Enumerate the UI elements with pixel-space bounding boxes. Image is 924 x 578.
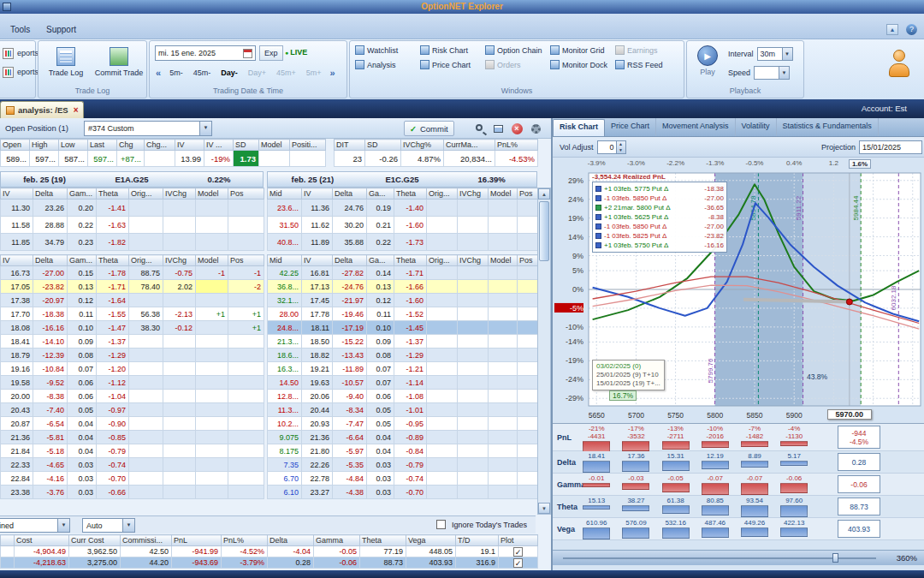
windows-toggle-rss-feed[interactable]: RSS Feed xyxy=(613,59,678,70)
column-header[interactable]: Open xyxy=(1,140,30,151)
position-total-row[interactable]: -4,904.493,962.5042.50-941.99-4.52%-4.04… xyxy=(1,546,538,557)
close-tab-icon[interactable] xyxy=(72,105,79,115)
interval-select[interactable]: 30m xyxy=(757,47,793,61)
option-row[interactable]: 32.1...17.45-21.970.12-1.60 xyxy=(268,294,538,307)
column-header[interactable]: IV xyxy=(302,255,333,266)
windows-toggle-option-chain[interactable]: Option Chain xyxy=(483,45,548,56)
column-header[interactable]: PnL xyxy=(172,535,222,546)
option-row[interactable]: 11.3023.260.20-1.41 xyxy=(1,200,264,217)
option-row[interactable]: 18.41-14.100.09-1.37 xyxy=(1,335,264,349)
scroll-thumb[interactable] xyxy=(539,201,549,261)
live-indicator[interactable]: LIVE xyxy=(285,48,307,57)
collapse-ribbon-icon[interactable] xyxy=(886,24,898,35)
option-row[interactable]: 17.05-23.820.13-1.7178.402.02-2 xyxy=(1,280,264,294)
column-header[interactable]: Gamma xyxy=(314,535,360,546)
option-row[interactable]: 17.70-18.380.11-1.5556.38-2.13+1+1 xyxy=(1,307,264,321)
column-header[interactable]: Pos xyxy=(228,255,264,266)
ignore-trades-checkbox[interactable] xyxy=(436,520,446,529)
projection-move-spinner[interactable]: 1.6% xyxy=(849,159,871,169)
column-header[interactable]: PnL% xyxy=(495,140,538,151)
commit-trade-button[interactable]: Commit Trade xyxy=(92,45,145,84)
windows-toggle-risk-chart[interactable]: Risk Chart xyxy=(418,45,483,56)
column-header[interactable]: Last xyxy=(88,140,117,151)
commit-button[interactable]: Commit xyxy=(404,121,454,136)
windows-toggle-price-chart[interactable]: Price Chart xyxy=(418,59,483,70)
tab-price-chart[interactable]: Price Chart xyxy=(605,118,656,136)
column-header[interactable]: Ga... xyxy=(367,188,394,200)
column-header[interactable]: T/D xyxy=(456,535,499,546)
option-row[interactable]: 19.58-9.520.06-1.12 xyxy=(1,376,264,390)
position-total-row[interactable]: -4,218.633,275.0044.20-943.69-3.79%0.28-… xyxy=(1,557,538,569)
tab-risk-chart[interactable]: Risk Chart xyxy=(553,119,605,136)
option-row[interactable]: 24.8...18.11-17.190.10-1.45 xyxy=(268,321,538,335)
column-header[interactable]: IVChg xyxy=(163,188,196,200)
nav-back-icon[interactable] xyxy=(153,68,163,78)
option-row[interactable]: 21.3...18.50-15.220.09-1.37 xyxy=(268,335,538,349)
column-header[interactable]: Gam... xyxy=(68,255,97,266)
option-row[interactable]: 9.07521.36-6.640.04-0.89 xyxy=(268,431,538,444)
table-row[interactable]: 23-0.264.87%20,834...-4.53% xyxy=(335,151,538,167)
option-row[interactable]: 22.84-4.160.03-0.70 xyxy=(1,472,264,486)
column-header[interactable]: Model xyxy=(196,255,228,266)
column-header[interactable]: IV xyxy=(175,140,204,151)
column-header[interactable]: Gam... xyxy=(68,188,97,200)
option-row[interactable]: 11.5828.880.22-1.63 xyxy=(1,217,264,234)
option-row[interactable]: 31.5011.6230.200.21-1.60 xyxy=(268,217,538,234)
option-row[interactable]: 21.84-5.180.04-0.79 xyxy=(1,444,264,458)
zoom-slider-thumb[interactable] xyxy=(832,553,838,563)
user-avatar-icon[interactable] xyxy=(888,50,910,80)
option-row[interactable]: 14.5019.63-10.570.07-1.14 xyxy=(268,376,538,390)
column-header[interactable]: CurrMa... xyxy=(444,140,495,151)
position-selector[interactable]: #374 Custom xyxy=(84,121,212,136)
option-row[interactable]: 18.6...18.82-13.430.08-1.29 xyxy=(268,349,538,362)
option-row[interactable]: 20.43-7.400.05-0.97 xyxy=(1,403,264,417)
tab-volatility[interactable]: Volatility xyxy=(736,118,777,136)
spinner-arrows-icon[interactable] xyxy=(616,141,625,153)
time-nav-45m[interactable]: 45m- xyxy=(189,67,216,79)
combined-select[interactable]: ined xyxy=(0,518,70,533)
column-header[interactable]: DIT xyxy=(335,140,365,151)
windows-toggle-earnings[interactable]: Earnings xyxy=(613,45,678,56)
column-header[interactable]: PnL% xyxy=(222,535,268,546)
column-header[interactable]: IVChg xyxy=(458,188,489,200)
tab-analysis-es[interactable]: analysis: /ES xyxy=(0,101,84,118)
ignore-trades-toggle[interactable]: Ignore Today's Trades xyxy=(436,520,527,529)
column-header[interactable]: Low xyxy=(59,140,88,151)
trading-date-input[interactable]: mi. 15 ene. 2025 xyxy=(155,45,256,61)
option-row[interactable]: 28.0017.78-19.460.11-1.52 xyxy=(268,307,538,321)
trade-log-book-icon[interactable] xyxy=(491,122,505,135)
option-row[interactable]: 11.3...20.44-8.340.05-1.01 xyxy=(268,403,538,417)
option-row[interactable]: 23.38-3.760.03-0.66 xyxy=(1,486,264,499)
nav-forward-icon[interactable] xyxy=(327,68,337,78)
help-icon[interactable] xyxy=(906,24,917,35)
column-header[interactable]: Orig... xyxy=(427,255,458,266)
plot-checkbox[interactable]: ✓ xyxy=(513,547,523,557)
column-header[interactable]: Theta xyxy=(394,188,427,200)
column-header[interactable]: IV xyxy=(1,255,33,266)
option-row[interactable]: 16.73-27.000.15-1.7888.75-0.75-1-1 xyxy=(1,266,264,280)
column-header[interactable]: IV ... xyxy=(204,140,234,151)
column-header[interactable]: Cost xyxy=(15,535,69,546)
option-row[interactable]: 17.38-20.970.12-1.64 xyxy=(1,294,264,307)
speed-select[interactable] xyxy=(754,66,790,80)
option-row[interactable]: 7.3522.26-5.350.03-0.79 xyxy=(268,458,538,472)
option-row[interactable]: 18.08-16.160.10-1.4738.30-0.12+1 xyxy=(1,321,264,335)
menu-tools[interactable]: Tools xyxy=(3,23,37,36)
option-row[interactable]: 20.87-6.540.04-0.90 xyxy=(1,417,264,431)
column-header[interactable]: Chg xyxy=(117,140,145,151)
trade-log-button[interactable]: Trade Log xyxy=(39,45,92,84)
option-row[interactable]: 21.36-5.810.04-0.85 xyxy=(1,431,264,444)
column-header[interactable]: IV xyxy=(1,188,33,200)
time-nav-45m[interactable]: 45m+ xyxy=(272,67,300,79)
column-header[interactable]: Positi... xyxy=(290,140,326,151)
column-header[interactable]: SD xyxy=(234,140,259,151)
column-header[interactable]: IVChg xyxy=(458,255,489,266)
windows-toggle-analysis[interactable]: Analysis xyxy=(353,59,418,70)
expiry-header-left[interactable]: feb. 25 (19) E1A.G25 0.22% xyxy=(0,171,264,188)
column-header[interactable]: IV xyxy=(302,188,333,200)
column-header[interactable]: Theta xyxy=(360,535,406,546)
windows-toggle-orders[interactable]: Orders xyxy=(483,59,548,70)
windows-toggle-watchlist[interactable]: Watchlist xyxy=(353,45,418,56)
column-header[interactable] xyxy=(1,535,15,546)
column-header[interactable]: Pos xyxy=(518,188,538,200)
